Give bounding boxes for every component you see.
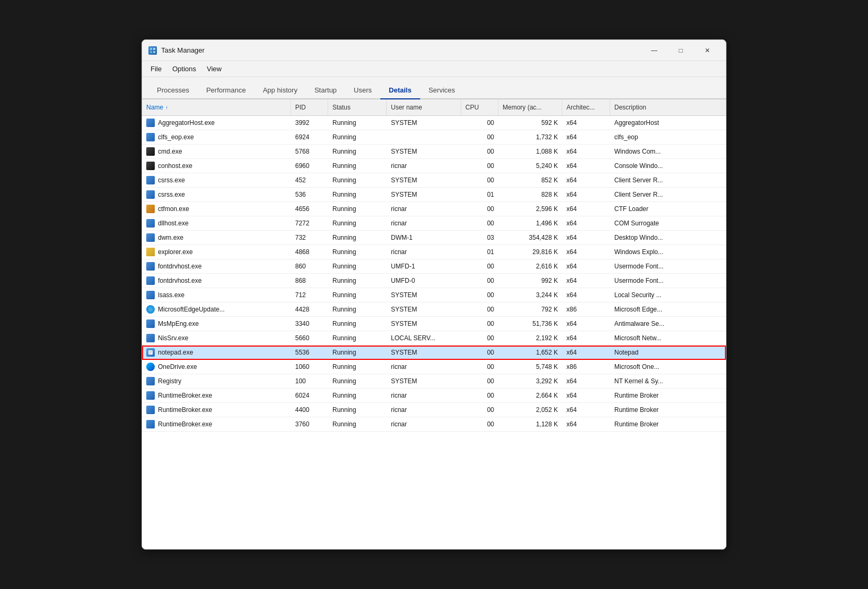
cell-name: RuntimeBroker.exe bbox=[142, 389, 291, 402]
cell-arch: x64 bbox=[562, 245, 610, 259]
cell-status: Running bbox=[328, 360, 387, 374]
cell-name: dwm.exe bbox=[142, 231, 291, 245]
col-memory[interactable]: Memory (ac... bbox=[498, 99, 562, 115]
cell-pid: 452 bbox=[291, 173, 328, 187]
menu-options[interactable]: Options bbox=[168, 63, 201, 74]
cell-memory: 1,496 K bbox=[498, 216, 562, 230]
cell-status: Running bbox=[328, 331, 387, 345]
table-row[interactable]: notepad.exe 5536 Running SYSTEM 00 1,652… bbox=[142, 346, 726, 360]
cell-user: UMFD-1 bbox=[387, 259, 461, 273]
menu-view[interactable]: View bbox=[203, 63, 226, 74]
table-row[interactable]: AggregatorHost.exe 3992 Running SYSTEM 0… bbox=[142, 116, 726, 130]
cell-user: SYSTEM bbox=[387, 188, 461, 201]
cell-arch: x86 bbox=[562, 360, 610, 374]
cell-status: Running bbox=[328, 274, 387, 288]
cell-status: Running bbox=[328, 417, 387, 431]
col-status[interactable]: Status bbox=[328, 99, 387, 115]
svg-rect-0 bbox=[150, 48, 152, 50]
cell-user: ricnar bbox=[387, 403, 461, 417]
process-table-container: Name ↑ PID Status User name CPU Memory (… bbox=[142, 99, 726, 549]
tab-users[interactable]: Users bbox=[345, 82, 380, 99]
col-username[interactable]: User name bbox=[387, 99, 461, 115]
cell-cpu: 01 bbox=[461, 245, 498, 259]
cell-user: SYSTEM bbox=[387, 317, 461, 331]
col-desc[interactable]: Description bbox=[610, 99, 726, 115]
cell-pid: 5660 bbox=[291, 331, 328, 345]
cell-cpu: 00 bbox=[461, 417, 498, 431]
tab-app-history[interactable]: App history bbox=[254, 82, 306, 99]
cell-name: MsMpEng.exe bbox=[142, 317, 291, 331]
tab-startup[interactable]: Startup bbox=[306, 82, 345, 99]
cell-pid: 6024 bbox=[291, 389, 328, 402]
cell-status: Running bbox=[328, 374, 387, 388]
minimize-button[interactable]: — bbox=[642, 43, 666, 58]
tab-performance[interactable]: Performance bbox=[198, 82, 254, 99]
cell-desc: Runtime Broker bbox=[610, 389, 726, 402]
tab-processes[interactable]: Processes bbox=[148, 82, 198, 99]
tab-details[interactable]: Details bbox=[380, 82, 420, 99]
cell-name: fontdrvhost.exe bbox=[142, 259, 291, 273]
cell-pid: 4656 bbox=[291, 202, 328, 216]
cell-pid: 1060 bbox=[291, 360, 328, 374]
table-row[interactable]: fontdrvhost.exe 868 Running UMFD-0 00 99… bbox=[142, 274, 726, 288]
cell-name: notepad.exe bbox=[142, 346, 291, 359]
cell-desc: Console Windo... bbox=[610, 159, 726, 173]
table-row[interactable]: lsass.exe 712 Running SYSTEM 00 3,244 K … bbox=[142, 288, 726, 302]
cell-pid: 5768 bbox=[291, 145, 328, 158]
cell-status: Running bbox=[328, 302, 387, 316]
cell-cpu: 00 bbox=[461, 331, 498, 345]
cell-cpu: 00 bbox=[461, 130, 498, 144]
table-row[interactable]: NisSrv.exe 5660 Running LOCAL SERV... 00… bbox=[142, 331, 726, 346]
cell-memory: 2,664 K bbox=[498, 389, 562, 402]
col-name[interactable]: Name ↑ bbox=[142, 99, 291, 115]
cell-arch: x64 bbox=[562, 188, 610, 201]
cell-cpu: 00 bbox=[461, 216, 498, 230]
table-row[interactable]: dwm.exe 732 Running DWM-1 03 354,428 K x… bbox=[142, 231, 726, 245]
maximize-button[interactable]: □ bbox=[669, 43, 693, 58]
table-row[interactable]: OneDrive.exe 1060 Running ricnar 00 5,74… bbox=[142, 360, 726, 374]
table-row[interactable]: explorer.exe 4868 Running ricnar 01 29,8… bbox=[142, 245, 726, 259]
col-cpu[interactable]: CPU bbox=[461, 99, 498, 115]
table-row[interactable]: RuntimeBroker.exe 6024 Running ricnar 00… bbox=[142, 389, 726, 403]
table-row[interactable]: MicrosoftEdgeUpdate... 4428 Running SYST… bbox=[142, 302, 726, 317]
close-button[interactable]: ✕ bbox=[695, 43, 720, 58]
cell-status: Running bbox=[328, 288, 387, 302]
cell-user: UMFD-0 bbox=[387, 274, 461, 288]
cell-status: Running bbox=[328, 259, 387, 273]
cell-memory: 3,292 K bbox=[498, 374, 562, 388]
table-row[interactable]: ctfmon.exe 4656 Running ricnar 00 2,596 … bbox=[142, 202, 726, 216]
cell-memory: 2,596 K bbox=[498, 202, 562, 216]
table-row[interactable]: conhost.exe 6960 Running ricnar 00 5,240… bbox=[142, 159, 726, 173]
table-row[interactable]: cmd.exe 5768 Running SYSTEM 00 1,088 K x… bbox=[142, 145, 726, 159]
tab-services[interactable]: Services bbox=[420, 82, 464, 99]
cell-memory: 2,192 K bbox=[498, 331, 562, 345]
cell-name: Registry bbox=[142, 374, 291, 388]
col-pid[interactable]: PID bbox=[291, 99, 328, 115]
cell-pid: 7272 bbox=[291, 216, 328, 230]
cell-status: Running bbox=[328, 202, 387, 216]
cell-user: ricnar bbox=[387, 216, 461, 230]
table-row[interactable]: RuntimeBroker.exe 4400 Running ricnar 00… bbox=[142, 403, 726, 417]
table-row[interactable]: Registry 100 Running SYSTEM 00 3,292 K x… bbox=[142, 374, 726, 389]
table-row[interactable]: fontdrvhost.exe 860 Running UMFD-1 00 2,… bbox=[142, 259, 726, 274]
table-row[interactable]: clfs_eop.exe 6924 Running 00 1,732 K x64… bbox=[142, 130, 726, 145]
table-row[interactable]: csrss.exe 452 Running SYSTEM 00 852 K x6… bbox=[142, 173, 726, 188]
menu-file[interactable]: File bbox=[146, 63, 166, 74]
cell-user: LOCAL SERV... bbox=[387, 331, 461, 345]
cell-user: SYSTEM bbox=[387, 116, 461, 130]
table-row[interactable]: MsMpEng.exe 3340 Running SYSTEM 00 51,73… bbox=[142, 317, 726, 331]
cell-name: csrss.exe bbox=[142, 173, 291, 187]
cell-status: Running bbox=[328, 346, 387, 359]
table-row[interactable]: dllhost.exe 7272 Running ricnar 00 1,496… bbox=[142, 216, 726, 231]
cell-memory: 29,816 K bbox=[498, 245, 562, 259]
table-row[interactable]: RuntimeBroker.exe 3760 Running ricnar 00… bbox=[142, 417, 726, 432]
cell-name: lsass.exe bbox=[142, 288, 291, 302]
process-list[interactable]: AggregatorHost.exe 3992 Running SYSTEM 0… bbox=[142, 116, 726, 549]
table-row[interactable]: csrss.exe 536 Running SYSTEM 01 828 K x6… bbox=[142, 188, 726, 202]
cell-arch: x64 bbox=[562, 216, 610, 230]
cell-status: Running bbox=[328, 173, 387, 187]
cell-pid: 536 bbox=[291, 188, 328, 201]
cell-cpu: 00 bbox=[461, 389, 498, 402]
col-arch[interactable]: Architec... bbox=[562, 99, 610, 115]
cell-memory: 2,052 K bbox=[498, 403, 562, 417]
